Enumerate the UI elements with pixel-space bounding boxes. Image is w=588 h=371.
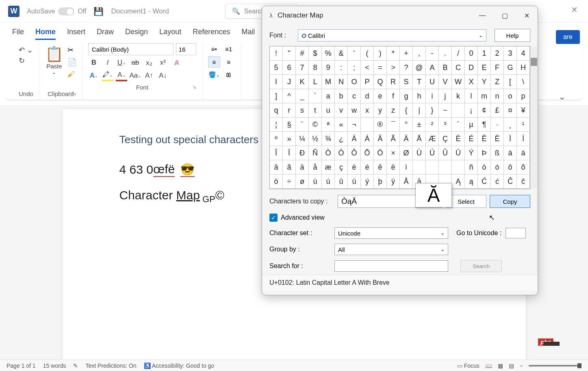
char-cell[interactable]: ¤ bbox=[504, 103, 517, 118]
font-color-button[interactable]: A⌄ bbox=[116, 70, 127, 81]
char-cell[interactable]: á bbox=[517, 146, 530, 160]
select-button[interactable]: Select bbox=[446, 195, 486, 208]
char-cell[interactable]: Ü bbox=[452, 146, 465, 160]
char-cell[interactable]: ¹ bbox=[517, 118, 530, 132]
char-cell[interactable]: D bbox=[465, 61, 478, 75]
char-cell[interactable]: Ï bbox=[283, 146, 296, 160]
char-cell[interactable]: A bbox=[426, 61, 439, 75]
char-cell[interactable]: I bbox=[270, 75, 283, 89]
char-cell[interactable]: H bbox=[517, 61, 530, 75]
char-cell[interactable]: É bbox=[465, 132, 478, 146]
minimize-button[interactable]: — bbox=[476, 10, 489, 21]
char-cell[interactable]: ø bbox=[296, 175, 309, 189]
char-cell[interactable]: ÷ bbox=[283, 175, 296, 189]
char-cell[interactable]: B bbox=[439, 61, 452, 75]
char-cell[interactable]: - bbox=[426, 46, 439, 61]
char-cell[interactable]: å bbox=[309, 160, 322, 175]
char-cell[interactable]: Ð bbox=[296, 146, 309, 160]
char-cell[interactable]: U bbox=[426, 75, 439, 89]
char-cell[interactable]: b bbox=[335, 89, 348, 103]
char-cell[interactable]: Õ bbox=[361, 146, 374, 160]
char-cell[interactable]: æ bbox=[322, 160, 335, 175]
char-cell[interactable]: ú bbox=[322, 175, 335, 189]
char-cell[interactable]: Ĉ bbox=[504, 175, 517, 189]
search-input[interactable] bbox=[334, 260, 448, 272]
spell-check-icon[interactable]: ✎ bbox=[73, 362, 78, 369]
char-cell[interactable]: 4 bbox=[517, 46, 530, 61]
char-cell[interactable] bbox=[426, 160, 439, 175]
char-cell[interactable]: } bbox=[426, 103, 439, 118]
char-cell[interactable]: M bbox=[322, 75, 335, 89]
char-cell[interactable]: 8 bbox=[309, 61, 322, 75]
char-cell[interactable]: Ò bbox=[322, 146, 335, 160]
char-cell[interactable]: Ý bbox=[465, 146, 478, 160]
char-cell[interactable]: = bbox=[374, 61, 387, 75]
subscript-button[interactable]: x₂ bbox=[143, 57, 155, 68]
char-cell[interactable]: ì bbox=[400, 160, 413, 175]
web-layout-icon[interactable]: ▤ bbox=[509, 362, 514, 369]
char-cell[interactable]: [ bbox=[504, 75, 517, 89]
char-cell[interactable]: O bbox=[348, 75, 361, 89]
ribbon-collapse-icon[interactable]: ⌄ bbox=[558, 92, 566, 102]
char-cell[interactable]: t bbox=[309, 103, 322, 118]
char-cell[interactable]: ë bbox=[387, 160, 400, 175]
char-cell[interactable]: þ bbox=[374, 175, 387, 189]
char-cell[interactable]: r bbox=[283, 103, 296, 118]
char-cell[interactable]: é bbox=[361, 160, 374, 175]
char-cell[interactable]: ? bbox=[400, 61, 413, 75]
char-cell[interactable]: k bbox=[452, 89, 465, 103]
char-cell[interactable]: , bbox=[413, 46, 426, 61]
char-cell[interactable]: ¾ bbox=[322, 132, 335, 146]
char-cell[interactable]: Í bbox=[517, 132, 530, 146]
char-cell[interactable]: Ê bbox=[478, 132, 491, 146]
char-cell[interactable]: ~ bbox=[439, 103, 452, 118]
shrink-font-button[interactable]: A↓ bbox=[157, 70, 169, 81]
groupby-select[interactable]: All ⌄ bbox=[334, 244, 448, 255]
char-cell[interactable]: \ bbox=[517, 75, 530, 89]
char-cell[interactable]: Ë bbox=[491, 132, 504, 146]
char-cell[interactable]: ¦ bbox=[270, 118, 283, 132]
char-cell[interactable]: & bbox=[335, 46, 348, 61]
tab-draw[interactable]: Draw bbox=[97, 28, 114, 40]
toggle-switch[interactable] bbox=[58, 7, 74, 15]
char-cell[interactable]: ¯ bbox=[387, 118, 400, 132]
accessibility-status[interactable]: ♿ Accessibility: Good to go bbox=[144, 362, 214, 369]
char-cell[interactable]: % bbox=[322, 46, 335, 61]
char-cell[interactable]: ÿ bbox=[387, 175, 400, 189]
superscript-button[interactable]: x² bbox=[157, 57, 169, 68]
char-cell[interactable]: ¬ bbox=[348, 118, 361, 132]
char-cell[interactable]: 1 bbox=[478, 46, 491, 61]
predictions-status[interactable]: Text Predictions: On bbox=[85, 362, 136, 369]
char-cell[interactable]: G bbox=[504, 61, 517, 75]
read-mode-icon[interactable]: 📖 bbox=[485, 362, 492, 369]
align-left-button[interactable]: ≡ bbox=[208, 56, 220, 68]
char-cell[interactable]: < bbox=[361, 61, 374, 75]
char-cell[interactable]: ò bbox=[478, 160, 491, 175]
char-cell[interactable]: ã bbox=[283, 160, 296, 175]
char-cell[interactable]: C bbox=[452, 61, 465, 75]
char-cell[interactable]: _ bbox=[296, 89, 309, 103]
char-cell[interactable]: ] bbox=[270, 89, 283, 103]
char-cell[interactable]: ¡ bbox=[465, 103, 478, 118]
char-cell[interactable]: » bbox=[283, 132, 296, 146]
zoom-slider[interactable] bbox=[529, 365, 581, 367]
char-cell[interactable]: × bbox=[387, 146, 400, 160]
clear-format-button[interactable]: A̷ bbox=[171, 57, 182, 68]
char-cell[interactable]: Ñ bbox=[309, 146, 322, 160]
char-cell[interactable]: e bbox=[374, 89, 387, 103]
tab-references[interactable]: References bbox=[193, 28, 230, 40]
char-cell[interactable]: V bbox=[439, 75, 452, 89]
char-cell[interactable]: j bbox=[439, 89, 452, 103]
char-cell[interactable]: è bbox=[348, 160, 361, 175]
char-cell[interactable]: 5 bbox=[270, 61, 283, 75]
focus-mode-button[interactable]: ▭ Focus bbox=[457, 362, 480, 369]
char-cell[interactable]: Á bbox=[361, 132, 374, 146]
char-cell[interactable]: ö bbox=[270, 175, 283, 189]
char-cell[interactable]: ² bbox=[426, 118, 439, 132]
change-case-button[interactable]: Aa⌄ bbox=[130, 70, 141, 81]
tab-file[interactable]: File bbox=[12, 28, 24, 40]
char-cell[interactable]: ± bbox=[413, 118, 426, 132]
char-cell[interactable]: ´ bbox=[452, 118, 465, 132]
print-layout-icon[interactable]: ▦ bbox=[498, 362, 503, 369]
char-cell[interactable]: Þ bbox=[478, 146, 491, 160]
